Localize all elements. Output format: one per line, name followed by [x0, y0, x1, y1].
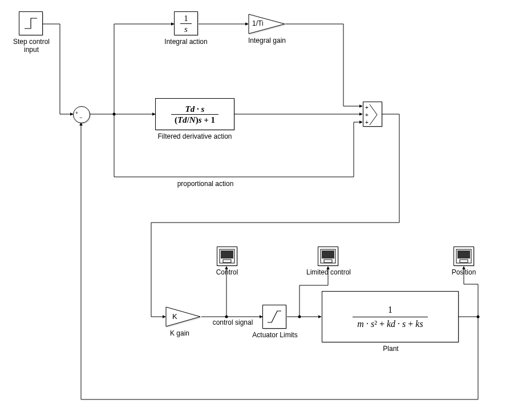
step-label: Step control input [10, 38, 52, 54]
integral-gain-block[interactable]: 1/Ti [248, 14, 285, 34]
scope-control-block[interactable] [217, 247, 237, 266]
integrator-den: s [180, 24, 192, 34]
svg-rect-12 [458, 251, 470, 259]
svg-point-3 [477, 316, 480, 318]
control-signal-label: control signal [207, 318, 258, 326]
scope-position-label: Position [450, 268, 478, 276]
filtered-deriv-block[interactable]: Td · s (Td/N)s + 1 [155, 98, 234, 130]
svg-rect-9 [322, 251, 334, 259]
scope-limited-block[interactable] [318, 247, 338, 266]
k-gain-block[interactable]: K [165, 306, 201, 327]
step-block[interactable] [19, 11, 43, 35]
svg-rect-6 [221, 251, 233, 259]
gain-triangle-icon [165, 306, 201, 327]
scope-control-label: Control [213, 268, 241, 276]
plant-den: m · s² + kd · s + ks [353, 317, 427, 330]
scope-icon [219, 249, 235, 264]
integral-gain-text: 1/Ti [252, 19, 264, 27]
scope-icon [320, 249, 336, 264]
filtered-deriv-label: Filtered derivative action [155, 132, 234, 140]
actuator-limits-label: Actuator Limits [250, 331, 300, 339]
svg-rect-14 [460, 260, 468, 262]
integrator-label: Integral action [160, 38, 212, 46]
scope-position-block[interactable] [454, 247, 474, 266]
step-icon [22, 15, 39, 32]
svg-point-1 [225, 316, 228, 318]
sum3-block[interactable]: + + + [363, 102, 382, 127]
integral-gain-label: Integral gain [244, 37, 290, 45]
filtered-deriv-den: (Td/N)s + 1 [171, 115, 218, 125]
actuator-limits-block[interactable] [262, 305, 286, 329]
wire-layer [0, 0, 506, 420]
plant-label: Plant [377, 345, 405, 353]
plant-block[interactable]: 1 m · s² + kd · s + ks [322, 291, 459, 342]
integrator-block[interactable]: 1 s [174, 11, 198, 35]
scope-limited-label: Limited control [302, 268, 355, 276]
svg-point-0 [113, 113, 116, 116]
sum-block[interactable]: + − [73, 106, 90, 123]
saturation-icon [266, 308, 283, 325]
k-gain-text: K [172, 312, 177, 321]
svg-rect-8 [223, 260, 231, 262]
sum3-icon [363, 102, 383, 127]
plant-num: 1 [353, 303, 427, 317]
svg-rect-11 [324, 260, 332, 262]
scope-icon [456, 249, 472, 264]
k-gain-label: K gain [165, 329, 194, 337]
prop-action-label: proportional action [160, 180, 251, 188]
svg-point-2 [298, 316, 301, 318]
svg-marker-5 [166, 307, 200, 326]
filtered-deriv-num: Td · s [171, 104, 218, 115]
integrator-num: 1 [180, 13, 192, 24]
